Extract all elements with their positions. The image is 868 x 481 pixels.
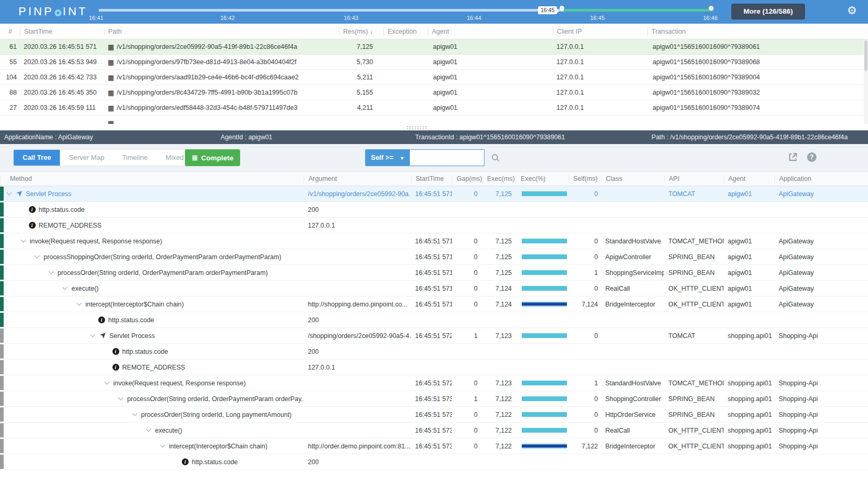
panel-resize-strip (0, 124, 868, 130)
column-header-exec-pct[interactable]: Exec(%) (516, 175, 569, 183)
pinpoint-logo[interactable]: PINPINT (18, 5, 88, 18)
path-grid-icon: ▦ (108, 58, 114, 66)
column-header-api[interactable]: API (664, 175, 724, 183)
call-tree-row[interactable]: i execute() 16:45:51 573 0 7,122 0 RealC… (0, 423, 868, 438)
call-tree-row[interactable]: i invoke(Request request, Response respo… (0, 233, 868, 249)
column-header-agent[interactable]: Agent (724, 175, 774, 183)
gear-icon[interactable]: ⚙ (847, 4, 857, 17)
agent-color-strip (0, 202, 4, 217)
help-icon[interactable]: ? (807, 152, 817, 162)
transaction-row[interactable]: 61 2020.03.26 16:45:51 571 ▦/v1/shopping… (0, 39, 868, 55)
call-tree-row[interactable]: i execute() 16:45:51 571 0 7,124 0 RealC… (0, 281, 868, 296)
column-header-self[interactable]: Self(ms) (569, 175, 601, 183)
panel-resize-handle[interactable] (406, 126, 427, 129)
column-header-exception[interactable]: Exception (384, 27, 428, 36)
info-icon: i (112, 364, 119, 371)
call-tree-row[interactable]: i http.status.code 200 (0, 344, 868, 360)
chevron-down-icon[interactable] (90, 332, 96, 337)
argument-value: 200 (304, 206, 411, 213)
call-tree-row[interactable]: i http.status.code 200 (0, 454, 868, 470)
column-header-class[interactable]: Class (601, 175, 664, 183)
info-icon: i (112, 348, 119, 355)
tab-timeline[interactable]: Timeline (113, 150, 157, 166)
chevron-down-icon[interactable] (104, 380, 109, 385)
scrollbar-thumb[interactable] (864, 40, 867, 71)
exec-percent-bar (522, 286, 567, 291)
column-header-method[interactable]: Method (0, 175, 304, 183)
column-header-res[interactable]: Res(ms)↓ (339, 27, 384, 36)
transaction-row[interactable]: 88 2020.03.26 16:45:45 350 ▦/v1/shopping… (0, 85, 868, 100)
chevron-down-icon[interactable] (35, 253, 40, 259)
column-header-num[interactable]: # (0, 27, 20, 36)
call-tree-row[interactable]: i REMOTE_ADDRESS 127.0.0.1 (0, 218, 868, 233)
timeline-track[interactable] (99, 9, 564, 12)
call-tree-row[interactable]: i Servlet Process /shopping/orders/2ce05… (0, 328, 868, 344)
timeline-selected-range[interactable] (564, 9, 714, 12)
timeline-handle-right[interactable] (709, 6, 714, 11)
call-tree-row[interactable]: i intercept(Interceptor$Chain chain) htt… (0, 296, 868, 312)
tab-call-tree[interactable]: Call Tree (14, 150, 60, 166)
exec-percent-bar (522, 239, 567, 243)
agent-color-strip (0, 376, 4, 390)
transaction-table: # StartTime Path Res(ms)↓ Exception Agen… (0, 24, 868, 124)
column-header-clientip[interactable]: Client IP (553, 27, 647, 36)
argument-value: http://order.demo.pinpoint.com:81... (304, 443, 411, 450)
more-button[interactable]: More (126/586) (731, 4, 805, 19)
column-header-exec[interactable]: Exec(ms) (482, 175, 516, 183)
path-grid-icon: ▦ (108, 74, 114, 81)
exec-percent-bar (522, 412, 567, 417)
call-tree-row[interactable]: i intercept(Interceptor$Chain chain) htt… (0, 438, 868, 454)
chevron-down-icon[interactable] (118, 395, 123, 401)
call-tree-row[interactable]: i REMOTE_ADDRESS 127.0.0.1 (0, 360, 868, 375)
call-tree-row[interactable]: i http.status.code 200 (0, 312, 868, 328)
column-header-application[interactable]: Application (774, 175, 868, 183)
chevron-down-icon[interactable] (63, 285, 68, 290)
call-tree-row[interactable]: i processOrder(String orderId, Long paym… (0, 407, 868, 423)
call-tree-row[interactable]: i invoke(Request request, Response respo… (0, 375, 868, 391)
column-header-starttime[interactable]: StartTime (411, 175, 452, 183)
tab-server-map[interactable]: Server Map (60, 150, 113, 166)
chevron-down-icon[interactable] (76, 301, 81, 306)
column-header-argument[interactable]: Argument (304, 175, 411, 183)
column-header-path[interactable]: Path (104, 27, 339, 36)
complete-button[interactable]: ≣Complete (185, 149, 240, 166)
chevron-down-icon[interactable] (7, 190, 12, 196)
agent-color-strip (0, 329, 4, 343)
column-header-gap[interactable]: Gap(ms) (452, 175, 482, 183)
transaction-scrollbar[interactable] (864, 39, 868, 124)
agent-color-strip (0, 297, 4, 311)
timeline-handle-left[interactable] (560, 6, 564, 11)
chevron-down-icon[interactable] (160, 443, 165, 448)
transaction-info-bar: ApplicationName : ApiGateway AgentId : a… (0, 130, 868, 144)
timeline-handle-tooltip: 16:45 (538, 6, 557, 14)
open-in-new-window-icon[interactable] (788, 152, 798, 162)
chevron-down-icon[interactable] (48, 269, 54, 274)
call-tree-row[interactable]: i processOrder(String orderId, OrderPaym… (0, 265, 868, 281)
detail-toolbar: Call Tree Server Map Timeline Mixed View… (0, 144, 868, 171)
transaction-row[interactable]: ▦ (0, 116, 868, 124)
column-header-agent[interactable]: Agent (428, 27, 553, 36)
path-label: Path : /v1/shopping/orders/2ce05992-90a5… (652, 130, 848, 144)
call-tree-row[interactable]: i Servlet Process /v1/shopping/orders/2c… (0, 186, 868, 202)
call-tree-row[interactable]: i http.status.code 200 (0, 202, 868, 218)
transaction-row[interactable]: 27 2020.03.26 16:45:59 111 ▦/v1/shopping… (0, 100, 868, 116)
transaction-row[interactable]: 104 2020.03.26 16:45:42 733 ▦/v1/shoppin… (0, 70, 868, 85)
exec-percent-bar (522, 302, 567, 306)
call-tree-row[interactable]: i processShoppingOrder(String orderId, O… (0, 249, 868, 265)
column-header-starttime[interactable]: StartTime (20, 27, 104, 36)
search-filter-dropdown[interactable]: Self >=▾ (365, 149, 409, 166)
agent-color-strip (0, 313, 4, 327)
agent-color-strip (0, 423, 4, 437)
column-header-transaction[interactable]: Transaction (647, 27, 868, 36)
exec-percent-bar (522, 191, 567, 196)
info-icon: i (98, 316, 105, 323)
call-tree-row[interactable]: i processOrder(String orderId, OrderPaym… (0, 391, 868, 407)
chevron-down-icon[interactable] (20, 238, 26, 243)
method-label: http.status.code (122, 348, 168, 355)
chevron-down-icon[interactable] (132, 411, 137, 416)
transaction-row[interactable]: 55 2020.03.26 16:45:53 949 ▦/v1/shopping… (0, 55, 868, 70)
search-icon[interactable] (491, 153, 500, 162)
method-label: Servlet Process (26, 190, 71, 198)
chevron-down-icon[interactable] (146, 427, 151, 432)
search-input[interactable] (409, 149, 484, 166)
